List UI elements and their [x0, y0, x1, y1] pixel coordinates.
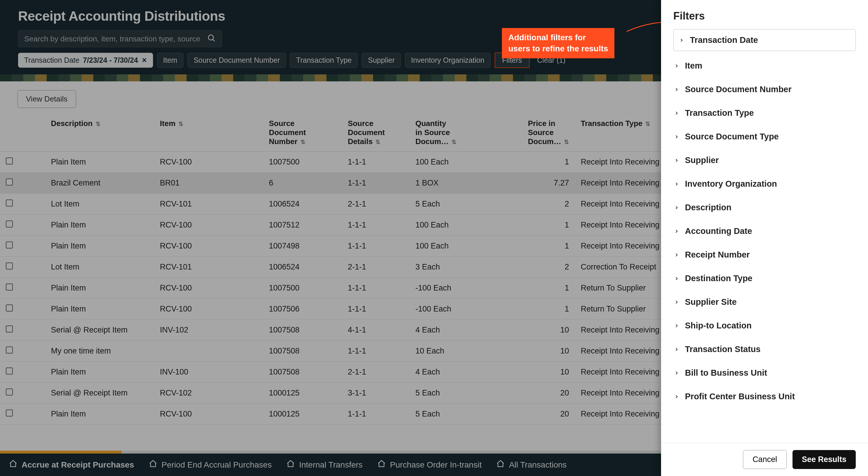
- row-checkbox[interactable]: [0, 383, 45, 404]
- footer-tab-label: Period End Accrual Purchases: [161, 460, 272, 470]
- sort-icon[interactable]: ⇅: [564, 139, 569, 146]
- cell-quantity: 4 Each: [409, 320, 492, 341]
- cell-quantity: 5 Each: [409, 404, 492, 425]
- row-checkbox[interactable]: [0, 194, 45, 215]
- col-quantity[interactable]: Quantity in Source Docum…⇅: [409, 114, 492, 152]
- row-checkbox[interactable]: [0, 362, 45, 383]
- cell-source-doc-number: 1007500: [263, 152, 342, 173]
- filter-section[interactable]: Transaction Date: [673, 29, 856, 51]
- sort-icon[interactable]: ⇅: [452, 139, 457, 146]
- filter-section[interactable]: Supplier Site: [673, 290, 856, 314]
- chevron-right-icon: [673, 275, 680, 282]
- chevron-right-icon: [673, 181, 680, 187]
- filter-section[interactable]: Source Document Number: [673, 78, 856, 101]
- filter-section[interactable]: Receipt Number: [673, 243, 856, 267]
- sort-icon[interactable]: ⇅: [375, 139, 380, 146]
- cancel-button[interactable]: Cancel: [743, 450, 787, 469]
- filter-section[interactable]: Source Document Type: [673, 125, 856, 148]
- filters-panel-footer: Cancel See Results: [661, 443, 868, 476]
- cell-item: RCV-102: [154, 383, 263, 404]
- row-checkbox[interactable]: [0, 404, 45, 425]
- home-icon: [9, 459, 18, 470]
- cell-description: Plain Item: [45, 236, 154, 257]
- filter-section[interactable]: Profit Center Business Unit: [673, 385, 856, 408]
- cell-source-doc-number: 1007498: [263, 236, 342, 257]
- footer-tab[interactable]: All Transactions: [496, 459, 567, 470]
- filter-section[interactable]: Ship-to Location: [673, 314, 856, 337]
- filter-section[interactable]: Destination Type: [673, 267, 856, 290]
- filter-section-label: Description: [685, 203, 732, 212]
- cell-quantity: 5 Each: [409, 383, 492, 404]
- chip-label: Supplier: [368, 56, 395, 64]
- chip-item[interactable]: Item: [157, 53, 184, 68]
- row-checkbox[interactable]: [0, 341, 45, 362]
- col-item[interactable]: Item⇅: [154, 114, 263, 152]
- sort-icon[interactable]: ⇅: [645, 120, 650, 127]
- col-source-doc-number[interactable]: Source Document Number⇅: [263, 114, 342, 152]
- see-results-button[interactable]: See Results: [793, 450, 856, 469]
- sort-icon[interactable]: ⇅: [96, 120, 100, 127]
- chevron-right-icon: [673, 110, 680, 116]
- filter-section[interactable]: Description: [673, 196, 856, 219]
- col-source-doc-details[interactable]: Source Document Details⇅: [342, 114, 409, 152]
- filter-section-label: Source Document Type: [685, 132, 779, 142]
- row-checkbox[interactable]: [0, 320, 45, 341]
- cell-description: Plain Item: [45, 404, 154, 425]
- row-checkbox[interactable]: [0, 257, 45, 278]
- chip-label: Transaction Date: [24, 56, 79, 64]
- row-checkbox[interactable]: [0, 236, 45, 257]
- chip-source-document-number[interactable]: Source Document Number: [187, 53, 286, 68]
- cell-source-doc-number: 6: [263, 173, 342, 194]
- sort-icon[interactable]: ⇅: [301, 139, 306, 146]
- cell-price: 1: [492, 236, 575, 257]
- search-field[interactable]: [18, 30, 222, 47]
- search-input[interactable]: [24, 34, 207, 43]
- chip-transaction-type[interactable]: Transaction Type: [290, 53, 358, 68]
- filter-section[interactable]: Accounting Date: [673, 219, 856, 243]
- sort-icon[interactable]: ⇅: [178, 120, 183, 127]
- row-checkbox[interactable]: [0, 299, 45, 320]
- filter-section-label: Supplier: [685, 155, 719, 165]
- footer-tab[interactable]: Period End Accrual Purchases: [149, 459, 272, 470]
- home-icon: [377, 459, 386, 470]
- footer-tab[interactable]: Internal Transfers: [286, 459, 363, 470]
- filter-section[interactable]: Transaction Type: [673, 101, 856, 125]
- cell-source-doc-number: 1007506: [263, 299, 342, 320]
- cell-quantity: 4 Each: [409, 362, 492, 383]
- cell-item: RCV-100: [154, 236, 263, 257]
- chip-supplier[interactable]: Supplier: [362, 53, 401, 68]
- cell-source-doc-number: 1006524: [263, 257, 342, 278]
- cell-price: 10: [492, 362, 575, 383]
- col-price[interactable]: Price in Source Docum…⇅: [492, 114, 575, 152]
- filter-section[interactable]: Item: [673, 54, 856, 78]
- footer-tab[interactable]: Purchase Order In-transit: [377, 459, 482, 470]
- footer-tab-label: All Transactions: [509, 460, 567, 470]
- col-description[interactable]: Description⇅: [45, 114, 154, 152]
- close-icon[interactable]: ✕: [142, 57, 147, 64]
- view-details-button[interactable]: View Details: [18, 90, 76, 108]
- filter-section[interactable]: Inventory Organization: [673, 172, 856, 196]
- cell-quantity: 1 BOX: [409, 173, 492, 194]
- filter-section[interactable]: Bill to Business Unit: [673, 361, 856, 385]
- chip-inventory-organization[interactable]: Inventory Organization: [405, 53, 491, 68]
- cell-description: Plain Item: [45, 278, 154, 299]
- cell-item: RCV-100: [154, 278, 263, 299]
- filter-section[interactable]: Transaction Status: [673, 337, 856, 361]
- cell-item: BR01: [154, 173, 263, 194]
- cell-source-doc-number: 1007508: [263, 362, 342, 383]
- filters-panel-body: Transaction DateItemSource Document Numb…: [661, 29, 868, 443]
- footer-tab[interactable]: Accrue at Receipt Purchases: [9, 459, 134, 470]
- filter-section-label: Item: [685, 61, 703, 70]
- cell-price: 2: [492, 257, 575, 278]
- row-checkbox[interactable]: [0, 278, 45, 299]
- row-checkbox[interactable]: [0, 173, 45, 194]
- row-checkbox[interactable]: [0, 215, 45, 236]
- chevron-right-icon: [673, 205, 680, 211]
- cell-item: RCV-101: [154, 194, 263, 215]
- search-icon[interactable]: [207, 34, 216, 44]
- cell-description: Plain Item: [45, 215, 154, 236]
- cell-price: 1: [492, 215, 575, 236]
- chip-transaction-date[interactable]: Transaction Date 7/23/24 - 7/30/24 ✕: [18, 53, 153, 68]
- row-checkbox[interactable]: [0, 152, 45, 173]
- filter-section[interactable]: Supplier: [673, 148, 856, 172]
